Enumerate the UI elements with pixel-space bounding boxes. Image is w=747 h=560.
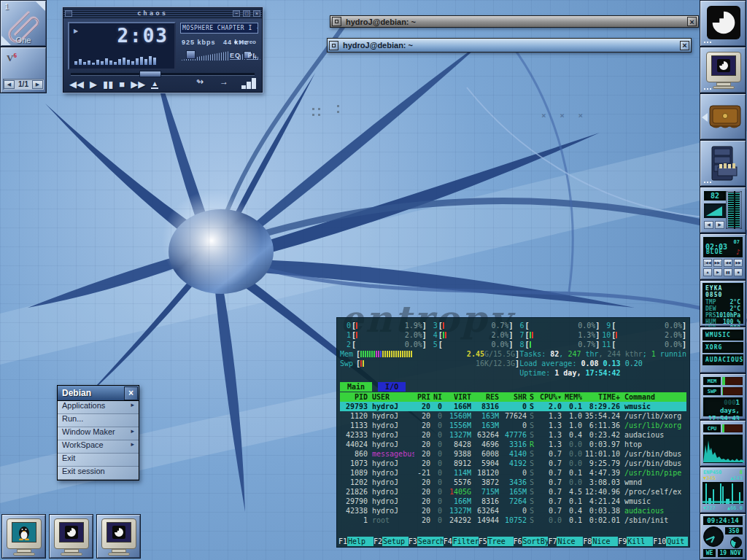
miniwindow-terminal[interactable]: [1, 514, 46, 559]
miniwindow-wmaker-1[interactable]: [49, 514, 93, 559]
column-header[interactable]: MEM%: [562, 392, 582, 402]
tab-main[interactable]: Main: [340, 382, 372, 392]
dock-terminal-launcher[interactable]: [700, 47, 746, 93]
process-row[interactable]: 1089hydroJ-210114M181200S0.70.14:47.39/u…: [340, 468, 686, 478]
repeat-icon[interactable]: →: [220, 77, 228, 87]
dock-drawer[interactable]: [700, 93, 746, 140]
prev-button[interactable]: ◀◀: [69, 79, 84, 90]
column-header[interactable]: PID: [340, 392, 368, 402]
menu-item-exit-session[interactable]: Exit session: [58, 467, 139, 480]
close-button[interactable]: ×: [687, 17, 697, 26]
music-button[interactable]: ▮▮: [724, 268, 732, 276]
menu-item-workspace[interactable]: WorkSpace▸: [58, 440, 139, 454]
pause-button[interactable]: ▮▮: [103, 79, 113, 90]
music-button[interactable]: ■: [734, 268, 743, 276]
dock-wmaker-tile[interactable]: [700, 0, 746, 47]
player-menu-button[interactable]: [65, 10, 72, 17]
pager-next-button[interactable]: ▶: [32, 80, 43, 89]
seek-knob[interactable]: [139, 71, 161, 77]
menu-item-exit[interactable]: Exit: [58, 454, 139, 467]
music-button[interactable]: ▶▶|: [713, 259, 722, 267]
music-button[interactable]: |◀◀: [703, 259, 712, 267]
music-button[interactable]: ◀◀: [724, 259, 732, 267]
column-header[interactable]: CPU%▾: [537, 392, 562, 402]
process-row[interactable]: 1120hydroJ2001560M163M77624S1.31.035:54.…: [340, 411, 686, 421]
drawer-collapse-arrow-icon[interactable]: [702, 113, 708, 122]
fkey-sortby[interactable]: F6SortBy: [514, 537, 549, 546]
pager-prev-button[interactable]: ◀: [4, 80, 15, 89]
process-row[interactable]: 29790hydroJ200166M83167264S0.70.14:21.24…: [340, 497, 686, 506]
play-button[interactable]: ▶: [90, 79, 97, 90]
seek-bar[interactable]: [71, 73, 255, 75]
music-button[interactable]: ▶: [713, 268, 722, 276]
column-header[interactable]: USER: [368, 392, 414, 402]
close-button[interactable]: ×: [253, 10, 260, 17]
playlist-button[interactable]: PL: [247, 52, 258, 60]
dock-clock[interactable]: 09:24:14 350 WE 19 NOV: [700, 513, 746, 560]
dock-file-cabinet[interactable]: [700, 140, 746, 187]
mixer-prev-button[interactable]: ◀: [704, 221, 713, 229]
fkey-nice[interactable]: F8Nice +: [583, 537, 618, 546]
terminal-window-2[interactable]: hydroJ@debian: ~ ×: [327, 38, 692, 52]
next-button[interactable]: ▶▶: [131, 79, 145, 90]
process-row[interactable]: 29793hydroJ200166M83160S2.00.18:29.26wmu…: [340, 402, 686, 411]
column-header[interactable]: NI: [430, 392, 442, 402]
menu-item-window-maker[interactable]: Window Maker▸: [58, 427, 139, 440]
shade-button[interactable]: □: [243, 10, 250, 17]
column-header[interactable]: SHR: [499, 392, 527, 402]
process-row[interactable]: 42338hydroJ2001327M632640S0.70.40:03.38a…: [340, 506, 686, 516]
column-header[interactable]: S: [527, 392, 537, 402]
fkey-kill[interactable]: F9Kill: [618, 537, 653, 546]
dock-wmtop[interactable]: WMUSICXORGAUDACIOUS: [700, 327, 746, 373]
mixer-next-button[interactable]: ▶: [715, 221, 724, 229]
menu-titlebar[interactable]: Debian ×: [58, 386, 139, 401]
music-button[interactable]: ▲: [703, 268, 712, 276]
process-row[interactable]: 860messagebus200938860084140S0.70.011:01…: [340, 449, 686, 459]
fkey-tree[interactable]: F5Tree: [479, 537, 514, 546]
dock-cpu-monitor[interactable]: CPU: [700, 420, 746, 467]
process-row[interactable]: 1073hydroJ200891259044192S0.70.09:25.79/…: [340, 459, 686, 468]
tab-io[interactable]: I/O: [378, 382, 406, 392]
pager-dockapp[interactable]: V6 ◀ 1/1 ▶: [0, 47, 47, 93]
mixer-volume-wedge[interactable]: [704, 203, 726, 218]
column-header[interactable]: RES: [471, 392, 499, 402]
miniaturize-button[interactable]: [329, 41, 338, 50]
music-button[interactable]: ▶▶: [734, 259, 743, 267]
volume-knob[interactable]: [186, 50, 196, 59]
column-header[interactable]: VIRT: [442, 392, 471, 402]
equalizer-button[interactable]: EQ: [230, 52, 241, 60]
terminal-window-1[interactable]: hydroJ@debian: ~ ×: [330, 15, 699, 28]
menu-item-run-[interactable]: Run...: [58, 414, 139, 427]
shuffle-icon[interactable]: ↬: [196, 77, 204, 87]
fkey-setup[interactable]: F2Setup: [374, 537, 409, 546]
column-header[interactable]: PRI: [414, 392, 430, 402]
workspace-clip[interactable]: 1 One: [0, 0, 47, 47]
miniwindow-wmaker-2[interactable]: [96, 514, 141, 559]
process-row[interactable]: 21826hydroJ2001405G715M165MS0.74.512:40.…: [340, 487, 686, 497]
stop-button[interactable]: ■: [119, 79, 125, 90]
close-button[interactable]: ×: [680, 41, 689, 50]
miniaturize-button[interactable]: [332, 17, 341, 26]
process-row[interactable]: 44024hydroJ200842846963316R1.30.00:03.97…: [340, 440, 686, 449]
dock-net-monitor[interactable]: ENP450 8 ▼345 ▲243 ▼227 ▲66.0: [700, 467, 746, 513]
dock-sysmon[interactable]: MEM SWP 0001 days, 17:54:43: [700, 373, 746, 420]
dock-music-player[interactable]: 02:03 07 BLUE ♪ |◀◀▶▶|◀◀▶▶▲▶▮▮■: [700, 233, 746, 280]
fkey-help[interactable]: F1Help: [338, 537, 374, 546]
fkey-nice[interactable]: F7Nice -: [548, 537, 583, 546]
column-header[interactable]: TIME+: [582, 392, 620, 402]
process-row[interactable]: 1root200242921494410752S0.00.10:02.01/sb…: [340, 516, 686, 525]
dock-mixer[interactable]: 82 ◀ ▶: [700, 187, 746, 233]
process-row[interactable]: 1202hydroJ200557638723436S0.70.03:08.03w…: [340, 478, 686, 487]
dock-weather[interactable]: EYKA 0850 TMP2°CDEW2°CPRS1010hPaHUM100 %…: [700, 280, 746, 327]
process-row[interactable]: 1133hydroJ2001556M163M0S1.31.06:11.36/us…: [340, 421, 686, 430]
eject-button[interactable]: ▲: [151, 80, 158, 89]
process-row[interactable]: 42333hydroJ2001327M6326447776S1.30.40:23…: [340, 430, 686, 440]
fkey-filter[interactable]: F4Filter: [444, 537, 479, 546]
player-titlebar[interactable]: chaos − □ ×: [63, 8, 262, 18]
column-header[interactable]: Command: [620, 392, 655, 402]
menu-item-applications[interactable]: Applications▸: [58, 401, 139, 414]
fkey-quit[interactable]: F10Quit: [653, 537, 688, 546]
menu-close-button[interactable]: ×: [124, 386, 138, 400]
fkey-search[interactable]: F3Search: [409, 537, 444, 546]
minimize-button[interactable]: −: [233, 10, 240, 17]
